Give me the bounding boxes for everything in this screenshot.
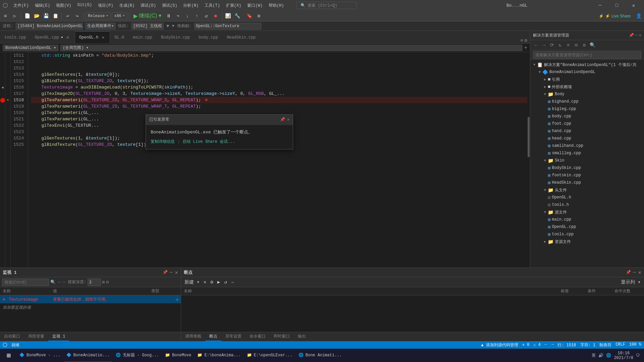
- menu-window[interactable]: 窗口(W): [245, 1, 265, 10]
- tab-command-window[interactable]: 命令窗口: [246, 332, 270, 341]
- tab-close-icon[interactable]: ✕: [100, 35, 106, 40]
- settings-icon[interactable]: ⚙: [255, 12, 263, 20]
- menu-test[interactable]: 测试(S): [159, 1, 180, 10]
- stop-icon[interactable]: ■: [212, 12, 220, 20]
- thread-dropdown[interactable]: [8592] 主线程: [131, 23, 164, 29]
- taskbar-bone-anim-browser[interactable]: 🌐 Bone Animati...: [296, 349, 344, 362]
- live-share-session-link[interactable]: 启动 Live Share 会话...: [182, 139, 235, 145]
- exception-close-button[interactable]: ✕: [287, 117, 289, 123]
- menu-debug[interactable]: 调试(D): [138, 1, 159, 10]
- error-count[interactable]: ✕ 0: [522, 342, 530, 348]
- tab-opengl-h[interactable]: OpenGL.h ✕: [75, 31, 110, 43]
- watch-add-row[interactable]: 添加要监视的项: [0, 303, 181, 311]
- account-icon[interactable]: 👤: [635, 12, 643, 20]
- step-out-icon[interactable]: ↑: [193, 12, 201, 20]
- tab-breakpoints[interactable]: 断点: [205, 332, 221, 341]
- tab-list-icon[interactable]: ≡: [520, 38, 523, 43]
- tab-gl-h[interactable]: GL.H: [110, 31, 128, 43]
- tree-folder-resources[interactable]: ▶ 📁 资源文件: [530, 238, 644, 245]
- tree-project[interactable]: ▼ 🔷 BoneAnimationOpenGL: [530, 68, 644, 76]
- menu-help[interactable]: 帮助(H): [266, 1, 287, 10]
- save-icon[interactable]: 💾: [42, 12, 50, 20]
- pin-icon[interactable]: 📌: [280, 117, 285, 123]
- menu-view[interactable]: 视图(V): [53, 1, 74, 10]
- tree-file-bigleg[interactable]: ⊞ bigleg.cpp: [530, 105, 644, 113]
- maximize-button[interactable]: □: [609, 0, 625, 11]
- tree-file-head[interactable]: ⊞ head.cpp: [530, 135, 644, 142]
- menu-git[interactable]: Git(G): [75, 1, 95, 10]
- tab-output[interactable]: 输出: [294, 332, 310, 341]
- se-search-btn-icon[interactable]: 🔍: [589, 42, 596, 49]
- bp-next-icon[interactable]: →: [230, 279, 235, 286]
- minimize-button[interactable]: ─: [592, 0, 608, 11]
- platform-dropdown[interactable]: x86 ▼: [112, 12, 127, 20]
- lang-icon[interactable]: 英: [592, 353, 596, 358]
- bp-new-button[interactable]: 新建 ▾: [183, 279, 201, 286]
- tab-exception-settings[interactable]: 异常设置: [221, 332, 246, 341]
- tree-file-bodyskin[interactable]: ⊞ BodySkin.cpp: [530, 164, 644, 172]
- scope-dropdown[interactable]: BoneAnimationOpenGL ▾: [3, 45, 59, 51]
- tree-folder-body[interactable]: ▼ 📁 Body: [530, 90, 644, 98]
- tab-body-cpp[interactable]: body.cpp: [194, 31, 222, 43]
- filter-icon[interactable]: ▼: [166, 23, 169, 29]
- tree-file-headskin[interactable]: ⊞ HeadSkin.cpp: [530, 179, 644, 186]
- se-collapse-icon[interactable]: ⊟: [573, 42, 580, 49]
- taskbar-boneanimation[interactable]: 🔷 BoneAnimatio...: [64, 349, 112, 362]
- se-filter-icon[interactable]: ≡: [565, 42, 572, 49]
- tab-opengl-cpp[interactable]: OpenGL.cpp ● ✕: [31, 31, 75, 43]
- scrollbar-thumb[interactable]: [528, 117, 530, 157]
- watch-search-input[interactable]: [2, 279, 49, 286]
- nav-next-icon[interactable]: →: [551, 342, 553, 348]
- scrollbar-track[interactable]: [527, 52, 530, 267]
- config-dropdown[interactable]: Release ▼: [86, 12, 110, 20]
- tab-watch-1[interactable]: 监视 1: [48, 332, 69, 341]
- live-share-button[interactable]: ⚡ ⚡ Live Share: [596, 13, 633, 19]
- notification-icon[interactable]: 🗨: [636, 353, 640, 358]
- context-dropdown[interactable]: (全局范围) ▾: [60, 45, 523, 51]
- nav-prev-icon[interactable]: ←: [545, 342, 547, 348]
- watch-expand-icon[interactable]: ⊞: [102, 280, 105, 285]
- tab-tools-cpp[interactable]: tools.cpp: [0, 31, 31, 43]
- watch-collapse-icon[interactable]: ⊟: [106, 280, 109, 285]
- tree-folder-headers[interactable]: ▼ 📁 头文件: [530, 186, 644, 194]
- tree-folder-sources[interactable]: ▼ 📁 源文件: [530, 208, 644, 216]
- undo-icon[interactable]: ↩: [64, 12, 72, 20]
- bp-delete-icon[interactable]: ✕: [202, 279, 208, 286]
- volume-icon[interactable]: 🔊: [598, 353, 603, 358]
- bp-settings-icon[interactable]: ⚙: [209, 279, 214, 286]
- tree-file-smallleg[interactable]: ⊞ smallleg.cpp: [530, 149, 644, 157]
- watch-next-icon[interactable]: →: [62, 280, 65, 285]
- menu-tools[interactable]: 工具(T): [202, 1, 223, 10]
- diag-icon[interactable]: 🔧: [233, 12, 241, 20]
- taskbar-bone-folder[interactable]: 📁 E:\boneAnima...: [195, 349, 243, 362]
- source-control-label[interactable]: ▲ 添加到源代码管理: [481, 342, 518, 348]
- bp-refresh-icon[interactable]: ↺: [223, 279, 228, 286]
- step-into-icon[interactable]: ↓: [183, 12, 192, 20]
- continue-button[interactable]: ▶ 继续(C) ▾: [131, 12, 163, 20]
- watch-search-icon[interactable]: 🔍: [50, 280, 56, 285]
- taskbar-opengl-folder[interactable]: 📁 E:\openGLExer...: [244, 349, 295, 362]
- tree-file-foot[interactable]: ⊞ foot.cpp: [530, 120, 644, 127]
- stack-dropdown[interactable]: OpenGL::GenTexture: [194, 23, 261, 29]
- se-sync-icon[interactable]: ⟳: [548, 42, 556, 49]
- watch-depth-input[interactable]: [88, 279, 101, 286]
- tab-bodyskin-cpp[interactable]: BodySkin.cpp: [157, 31, 194, 43]
- taskbar-bonemove[interactable]: 🔷 BoneMove - ...: [17, 349, 63, 362]
- copy-details-link[interactable]: 复制详细信息: [151, 139, 175, 145]
- se-fwd-icon[interactable]: →: [540, 42, 548, 49]
- open-icon[interactable]: 📂: [33, 12, 41, 20]
- tab-auto-window[interactable]: 自动窗口: [0, 332, 24, 341]
- tab-headskin-cpp[interactable]: HeadSkin.cpp: [222, 31, 260, 43]
- warning-count[interactable]: ⚠ 4: [533, 342, 541, 348]
- menu-edit[interactable]: 编辑(E): [32, 1, 53, 10]
- bp-minimize-icon[interactable]: ─: [633, 269, 636, 276]
- menu-analyze[interactable]: 分析(N): [180, 1, 201, 10]
- bp-display-columns-button[interactable]: 显示列 ▾: [620, 279, 642, 286]
- taskbar-google[interactable]: 🌐 无标题 - Goog...: [113, 349, 162, 362]
- se-back-icon[interactable]: ←: [532, 42, 540, 49]
- save-all-icon[interactable]: 📋: [51, 12, 59, 20]
- pause-icon[interactable]: ⏸: [165, 12, 173, 20]
- menu-project[interactable]: 项目(P): [95, 1, 116, 10]
- watch-close-icon[interactable]: ✕: [175, 269, 178, 276]
- tab-close-icon[interactable]: ✕: [65, 35, 70, 40]
